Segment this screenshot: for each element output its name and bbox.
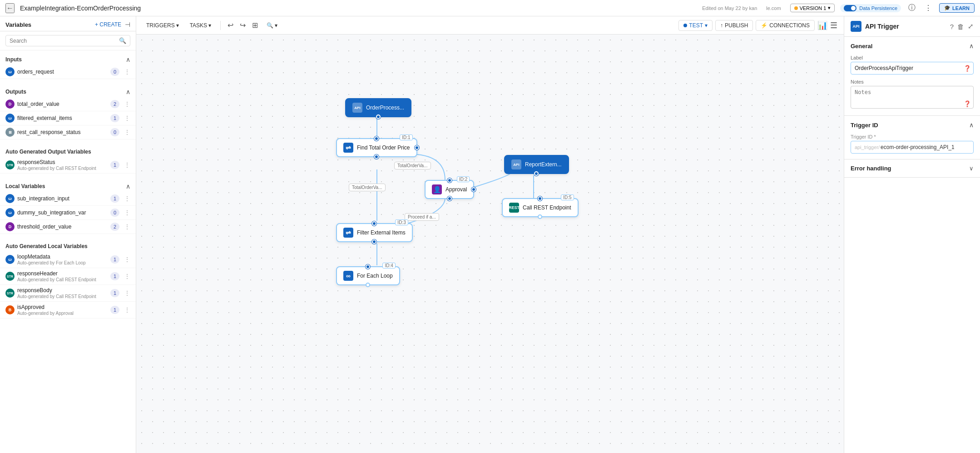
data-persistence-toggle[interactable]: Data Persistence [840,4,901,12]
page-title: ExampleIntegration-EcomOrderProcessing [20,5,697,12]
publish-button[interactable]: ↑ PUBLISH [715,20,753,31]
var-sub: Auto-generated by Call REST Endpoint [17,294,108,299]
find-total-label: Find Total Order Price [357,144,410,151]
auto-output-section-header[interactable]: Auto Generated Output Variables [0,147,136,157]
var-menu-icon[interactable]: ⋮ [124,256,130,263]
right-panel-delete-button[interactable]: 🗑 [957,23,964,30]
chart-button[interactable]: 📊 [817,20,827,30]
find-total-icon: ⇌ [343,143,353,153]
filter-id: ID:3 [395,219,408,225]
triggers-button[interactable]: TRIGGERS ▾ [143,21,183,30]
for-each-node[interactable]: ID:4 ∞ For Each Loop [336,266,400,285]
filter-external-node[interactable]: ID:3 ⇌ Filter External Items [336,223,413,242]
approval-node[interactable]: ID:2 👤 Approval [425,180,474,199]
filter-icon: ⇌ [343,228,353,238]
search-wrap: 🔍 [0,31,136,50]
create-variable-button[interactable]: + CREATE [95,21,121,28]
var-menu-icon[interactable]: ⋮ [124,114,130,122]
zoom-button[interactable]: 🔍 ▾ [263,21,281,30]
proceed-label: Proceed if a... [405,213,439,221]
trigger-id-header[interactable]: Trigger ID ∧ [844,116,980,132]
var-menu-icon[interactable]: ⋮ [124,289,130,297]
zoom-icon: 🔍 [267,22,273,29]
var-count: 1 [110,289,119,297]
var-name: dummy_sub_integration_var [17,209,108,216]
canvas-toolbar: TRIGGERS ▾ TASKS ▾ ↩ ↪ ⊞ 🔍 ▾ TEST ▾ [136,16,844,35]
version-dot [794,6,798,10]
var-menu-icon[interactable]: ⋮ [124,273,130,280]
label-input[interactable]: OrderProcessApiTrigger [851,62,974,75]
var-menu-icon[interactable]: ⋮ [124,161,130,169]
var-menu-icon[interactable]: ⋮ [124,68,130,75]
flow-canvas[interactable]: API OrderProcess... ID:1 ⇌ Find Total Or… [136,35,844,453]
error-handling-title: Error handling [851,165,891,172]
error-handling-header[interactable]: Error handling ∨ [844,159,980,177]
var-menu-icon[interactable]: ⋮ [124,100,130,108]
approval-icon: 👤 [432,184,442,194]
var-menu-icon[interactable]: ⋮ [124,306,130,314]
call-rest-node[interactable]: ID:5 REST Call REST Endpoint [502,198,579,217]
node-connector-top [372,221,376,226]
trigger-id-body: Trigger ID * api_trigger/ ecom-order-pro… [844,132,980,159]
connections-button[interactable]: ⚡ CONNECTIONS [756,20,815,31]
collapse-panel-icon[interactable]: ⊣ [125,21,130,28]
var-menu-icon[interactable]: ⋮ [124,195,130,202]
inputs-collapse-icon: ∧ [126,56,130,63]
var-name: responseBody [17,287,52,294]
top-bar: ← ExampleIntegration-EcomOrderProcessing… [0,0,980,16]
list-item: D total_order_value 2 ⋮ [0,97,136,111]
outputs-section-title: Outputs [5,89,26,95]
redo-icon[interactable]: ↪ [238,20,247,31]
api-trigger-node[interactable]: API OrderProcess... [345,98,411,117]
node-connector-right [415,145,419,150]
var-menu-icon[interactable]: ⋮ [124,209,130,216]
notes-field-label: Notes [851,79,974,85]
publish-icon: ↑ [720,22,723,29]
var-menu-icon[interactable]: ⋮ [124,223,130,230]
local-section-title: Local Variables [5,183,45,189]
var-count: 1 [110,272,119,280]
right-panel-help-button[interactable]: ? [950,23,954,30]
auto-local-header[interactable]: Auto Generated Local Variables [0,241,136,251]
trigger-id-input[interactable]: api_trigger/ ecom-order-processing_API_1 [851,141,974,154]
search-input[interactable] [10,38,119,44]
var-menu-icon[interactable]: ⋮ [124,129,130,136]
call-rest-label: Call REST Endpoint [523,204,571,211]
more-button[interactable]: ⋮ [923,3,934,13]
general-section-header[interactable]: General ∧ [844,37,980,53]
var-sub: Auto-generated by Call REST Endpoint [17,277,108,282]
version-selector[interactable]: VERSION 1 ▾ [790,4,835,12]
report-extern-node[interactable]: API ReportExtern... [504,155,569,174]
label-help-icon[interactable]: ❓ [964,65,971,72]
auto-output-section: Auto Generated Output Variables STR resp… [0,143,136,177]
right-panel-expand-button[interactable]: ⤢ [968,22,974,30]
find-total-node[interactable]: ID:1 ⇌ Find Total Order Price [336,138,417,157]
tasks-button[interactable]: TASKS ▾ [186,21,215,30]
var-count: 2 [110,223,119,231]
list-item: B isApproved Auto-generated by Approval … [0,302,136,319]
outputs-section-header[interactable]: Outputs ∧ [0,86,136,97]
find-total-id: ID:1 [400,134,412,140]
info-button[interactable]: ⓘ [906,2,917,14]
node-connector-bottom [374,154,379,159]
notes-help-icon[interactable]: ❓ [964,100,971,107]
variables-title: Variables [5,21,31,28]
test-label: TEST [689,22,703,29]
general-collapse-icon: ∧ [969,42,974,50]
local-section-header[interactable]: Local Variables ∧ [0,181,136,192]
layout-icon[interactable]: ⊞ [251,20,259,31]
var-count: 2 [110,100,119,108]
var-count: 1 [110,114,119,122]
list-item: ω dummy_sub_integration_var 0 ⋮ [0,206,136,220]
trigger-id-field-label: Trigger ID * [851,134,974,139]
list-item: ω orders_request 0 ⋮ [0,65,136,79]
learn-button[interactable]: 🎓 LEARN [939,3,975,13]
notes-input[interactable] [851,86,974,109]
test-button[interactable]: TEST ▾ [678,20,713,31]
undo-icon[interactable]: ↩ [226,20,235,31]
menu-button[interactable]: ☰ [830,20,837,30]
inputs-section-header[interactable]: Inputs ∧ [0,54,136,65]
var-count: 1 [110,194,119,203]
back-button[interactable]: ← [5,3,15,13]
node-connector-bottom [447,196,452,201]
